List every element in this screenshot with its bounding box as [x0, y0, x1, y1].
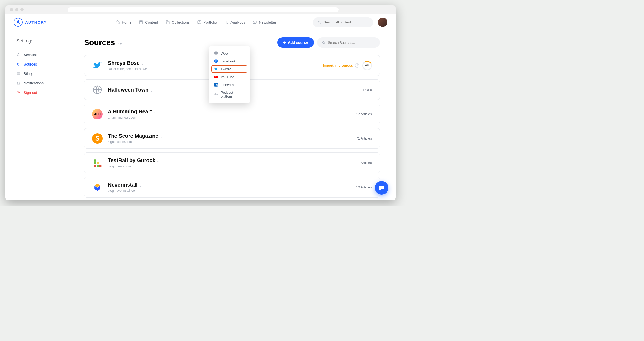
nav-collections[interactable]: Collections	[165, 20, 189, 24]
source-sub: blog.neverinstall.com	[108, 189, 142, 193]
source-sub: ahummingheart.com	[108, 116, 156, 119]
nav-label: Home	[122, 20, 131, 24]
dropdown-label: Twitter	[221, 67, 231, 71]
sidebar-item-label: Sign out	[24, 90, 37, 95]
add-source-button[interactable]: + Add source	[277, 37, 314, 48]
source-sub: twitter.com/gnome_in_stove	[108, 67, 147, 71]
nav-analytics[interactable]: Analytics	[224, 20, 245, 24]
source-card[interactable]: S The Score Magazine⌄ highonscore.com 71…	[84, 128, 380, 149]
page-count: 10	[118, 42, 122, 46]
source-title: Halloween Town	[108, 87, 149, 93]
dropdown-item-web[interactable]: Web	[211, 49, 247, 57]
source-meta: 10 Articles	[356, 185, 372, 189]
svg-rect-7	[17, 73, 20, 75]
nav-portfolio[interactable]: Portfolio	[197, 20, 217, 24]
card-icon	[16, 72, 20, 76]
sources-search-input[interactable]	[328, 41, 375, 45]
chat-fab[interactable]	[375, 181, 388, 195]
portfolio-icon	[197, 20, 202, 24]
source-meta: 1 Articles	[358, 161, 372, 165]
page-title: Sources	[84, 38, 115, 47]
dropdown-item-youtube[interactable]: YouTube	[211, 73, 247, 81]
source-card[interactable]: AHH A Humming Heart⌄ ahummingheart.com 1…	[84, 104, 380, 124]
globe-icon	[92, 84, 103, 95]
source-sub: highonscore.com	[108, 140, 162, 144]
plus-icon: +	[283, 40, 286, 45]
nav-label: Content	[145, 20, 158, 24]
sidebar-item-notifications[interactable]: Notifications	[16, 78, 66, 88]
sidebar-item-label: Notifications	[24, 81, 44, 85]
source-title: A Humming Heart	[108, 109, 152, 114]
chevron-down-icon[interactable]: ⌄	[154, 110, 156, 114]
nav-label: Portfolio	[203, 20, 217, 24]
chat-icon	[378, 185, 385, 191]
podcast-icon	[214, 92, 218, 97]
search-input[interactable]	[324, 20, 368, 24]
chevron-down-icon[interactable]: ⌄	[141, 62, 144, 66]
sidebar-item-label: Sources	[24, 62, 37, 66]
browser-window: A AUTHORY Home Content Collections	[5, 5, 396, 200]
svg-rect-19	[99, 165, 102, 167]
topbar: A AUTHORY Home Content Collections	[5, 14, 396, 30]
help-icon[interactable]: ?	[355, 63, 359, 68]
avatar[interactable]	[378, 18, 387, 27]
dropdown-item-twitter[interactable]: Twitter	[211, 65, 247, 73]
add-source-dropdown: Web Facebook Twitter YouTube	[209, 46, 250, 103]
nav-home[interactable]: Home	[115, 20, 131, 24]
dropdown-item-linkedin[interactable]: LinkedIn	[211, 81, 247, 89]
dropdown-item-facebook[interactable]: Facebook	[211, 57, 247, 65]
global-search[interactable]	[313, 17, 373, 27]
chevron-down-icon[interactable]: ⌄	[139, 184, 142, 187]
svg-rect-15	[94, 162, 96, 164]
dropdown-label: LinkedIn	[221, 83, 234, 87]
search-icon	[318, 20, 321, 24]
svg-point-6	[18, 54, 19, 55]
source-title: TestRail by Gurock	[108, 157, 155, 163]
browser-chrome	[5, 5, 396, 14]
sidebar-item-signout[interactable]: Sign out	[16, 88, 66, 97]
dropdown-item-podcast[interactable]: Podcast platform	[211, 89, 247, 100]
window-dot	[15, 8, 18, 11]
window-dot	[20, 8, 24, 11]
source-card[interactable]: TestRail by Gurock⌄ blog.gurock.com 1 Ar…	[84, 152, 380, 173]
chevron-down-icon[interactable]: ⌄	[160, 135, 162, 138]
dropdown-label: Web	[221, 51, 228, 55]
nav-newsletter[interactable]: Newsletter	[252, 20, 276, 24]
source-logo	[92, 158, 103, 168]
nav-content[interactable]: Content	[139, 20, 158, 24]
svg-rect-1	[167, 21, 169, 24]
active-marker	[5, 58, 9, 58]
progress-ring: 6%	[362, 61, 372, 70]
twitter-icon	[92, 60, 103, 71]
sidebar-item-billing[interactable]: Billing	[16, 69, 66, 78]
dropdown-label: YouTube	[221, 75, 234, 79]
sidebar-title: Settings	[16, 38, 66, 44]
facebook-icon	[214, 59, 218, 63]
logo-icon: A	[14, 18, 23, 27]
source-title: Neverinstall	[108, 182, 138, 188]
window-dot	[10, 8, 13, 11]
sidebar-item-label: Billing	[24, 72, 33, 76]
svg-rect-14	[94, 159, 96, 162]
search-icon	[322, 41, 325, 45]
chevron-down-icon[interactable]: ⌄	[157, 159, 160, 163]
svg-point-5	[318, 21, 320, 23]
analytics-icon	[224, 20, 229, 24]
url-bar[interactable]	[68, 7, 339, 12]
home-icon	[115, 20, 120, 24]
source-meta: 2 PDFs	[361, 88, 372, 92]
user-icon	[16, 53, 20, 57]
logo[interactable]: A AUTHORY	[14, 18, 47, 27]
source-card[interactable]: Neverinstall⌄ blog.neverinstall.com 10 A…	[84, 177, 380, 198]
dropdown-label: Podcast platform	[221, 90, 245, 98]
chevron-down-icon[interactable]: ⌄	[150, 89, 153, 92]
sidebar-item-sources[interactable]: Sources	[16, 60, 66, 69]
twitter-icon	[214, 67, 218, 71]
sources-search[interactable]	[317, 37, 380, 48]
linkedin-icon	[214, 83, 218, 87]
brand-name: AUTHORY	[25, 20, 47, 24]
import-status: Import in progress?	[323, 63, 359, 68]
collections-icon	[165, 20, 170, 24]
newsletter-icon	[252, 20, 257, 24]
sidebar-item-account[interactable]: Account	[16, 50, 66, 60]
